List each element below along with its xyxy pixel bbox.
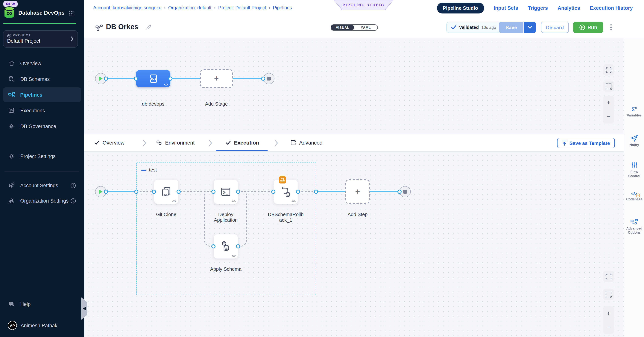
project-name: Default Project — [7, 38, 74, 44]
connector-dot[interactable] — [261, 76, 265, 81]
tab-input-sets[interactable]: Input Sets — [494, 5, 518, 11]
tab-pipeline-studio[interactable]: Pipeline Studio — [437, 2, 484, 14]
connector-dot[interactable] — [104, 76, 108, 81]
tab-triggers[interactable]: Triggers — [528, 5, 548, 11]
run-button[interactable]: Run — [573, 22, 603, 33]
multi-select-button[interactable] — [603, 289, 614, 300]
sidebar-item-pipelines[interactable]: Pipelines — [3, 87, 81, 102]
fit-to-screen-button[interactable] — [603, 64, 614, 76]
execution-canvas[interactable]: test </> Git Clone </> Deploy Applicatio… — [84, 152, 624, 337]
panel-item-flow-control[interactable]: Flow Control — [624, 162, 644, 178]
add-stage-button[interactable]: + — [200, 69, 233, 88]
upload-icon — [562, 140, 567, 146]
connector-dot[interactable] — [211, 244, 216, 248]
connector-dot[interactable] — [236, 244, 240, 248]
brand-divider — [3, 23, 76, 24]
save-options-button[interactable] — [524, 22, 536, 33]
step-git-clone[interactable]: </> — [154, 179, 178, 204]
sidebar-item-account-settings[interactable]: Account Settings — [3, 179, 81, 192]
stage-canvas[interactable]: </> </> db devops + Add Stage + − — [84, 38, 624, 134]
edit-pencil-icon[interactable] — [146, 24, 152, 30]
validation-badge[interactable]: Validated 10s ago — [446, 22, 501, 33]
sidebar-item-organization-settings[interactable]: Organization Settings — [3, 194, 81, 207]
sidebar-item-executions[interactable]: Executions — [3, 104, 81, 117]
marquee-icon — [606, 292, 611, 297]
left-sidebar: NEW ∞ Database DevOps PROJECT Default Pr… — [0, 0, 84, 337]
panel-item-variables[interactable]: Σ× Variables — [624, 106, 644, 118]
user-name: Animesh Pathak — [20, 322, 58, 328]
breadcrumb-organization[interactable]: Organization: default — [168, 5, 211, 10]
panel-item-codebase[interactable]: </> Codebase — [624, 192, 644, 202]
stage-label[interactable]: db devops — [131, 101, 176, 107]
code-badge: </> — [292, 200, 296, 203]
panel-item-label: Notify — [630, 143, 639, 147]
step-label[interactable]: Git Clone — [146, 212, 187, 217]
connector-dot[interactable] — [211, 190, 216, 194]
breadcrumb-project[interactable]: Project: Default Project — [218, 5, 266, 10]
check-icon — [94, 140, 100, 145]
sidebar-item-overview[interactable]: Overview — [3, 57, 81, 70]
connector-dot[interactable] — [398, 190, 402, 194]
zoom-out-button[interactable]: − — [606, 324, 610, 330]
zoom-in-button[interactable]: + — [606, 100, 610, 106]
add-step-button[interactable]: + — [345, 179, 370, 204]
connector-dot[interactable] — [176, 190, 181, 194]
connector-dot[interactable] — [271, 190, 276, 194]
step-label[interactable]: Deploy Application — [208, 212, 243, 223]
sidebar-item-label: Help — [20, 301, 31, 307]
toggle-visual[interactable]: VISUAL — [331, 25, 354, 30]
connector-dot[interactable] — [236, 190, 240, 194]
sidebar-item-db-governance[interactable]: DB Governance — [3, 120, 81, 132]
fit-to-screen-button[interactable] — [603, 271, 614, 282]
tab-environment[interactable]: Environment — [156, 134, 194, 151]
panel-item-notify[interactable]: Notify — [624, 135, 644, 147]
sidebar-item-project-settings[interactable]: Project Settings — [3, 150, 81, 162]
info-icon — [70, 198, 76, 204]
more-options-button[interactable] — [608, 22, 614, 32]
project-selector[interactable]: PROJECT Default Project — [3, 30, 78, 48]
save-as-template-button[interactable]: Save as Template — [557, 138, 615, 148]
sidebar-item-label: Account Settings — [20, 182, 58, 188]
save-button[interactable]: Save — [499, 22, 524, 33]
tab-overview[interactable]: Overview — [94, 134, 124, 151]
connector-dot[interactable] — [152, 190, 156, 194]
sidebar-item-help[interactable]: ? Help — [3, 298, 81, 310]
connector-dot[interactable] — [134, 76, 138, 81]
pipeline-gear-icon — [630, 219, 638, 225]
add-stage-label[interactable]: Add Stage — [194, 101, 239, 107]
panel-item-advanced-options[interactable]: Advanced Options — [624, 219, 644, 235]
step-apply-schema[interactable]: </> — [214, 234, 238, 259]
app-switcher-icon[interactable] — [68, 10, 74, 16]
project-label: PROJECT — [13, 33, 74, 37]
discard-button[interactable]: Discard — [541, 22, 569, 33]
connector-dot[interactable] — [134, 190, 138, 194]
connector-dot[interactable] — [168, 76, 172, 81]
connector-dot[interactable] — [104, 190, 108, 194]
panel-item-label: Flow Control — [624, 170, 644, 178]
collapse-group-icon[interactable] — [141, 170, 146, 171]
step-deploy-application[interactable]: </> — [214, 179, 238, 204]
multi-select-button[interactable] — [603, 80, 614, 92]
fullscreen-icon — [606, 274, 611, 279]
user-menu[interactable]: AP Animesh Pathak — [3, 319, 81, 332]
step-label[interactable]: Apply Schema — [205, 266, 246, 272]
tab-execution[interactable]: Execution — [226, 134, 259, 151]
step-dbschemarollback[interactable]: </> — [273, 179, 298, 204]
breadcrumb-account[interactable]: Account: kurosakiichigo.songoku — [93, 5, 161, 10]
connector-dot[interactable] — [314, 190, 318, 194]
toggle-yaml[interactable]: YAML — [354, 25, 378, 30]
connector-dot[interactable] — [296, 190, 300, 194]
sidebar-item-db-schemas[interactable]: DB Schemas — [3, 73, 81, 85]
save-as-template-label: Save as Template — [570, 140, 610, 146]
step-group-label[interactable]: test — [149, 167, 157, 172]
add-step-label[interactable]: Add Step — [337, 212, 378, 217]
tab-advanced[interactable]: Advanced — [290, 134, 322, 151]
zoom-out-button[interactable]: − — [606, 114, 610, 120]
step-label[interactable]: DBSchemaRollback_1 — [268, 212, 304, 223]
stage-db-devops[interactable]: </> </> — [136, 70, 170, 87]
breadcrumb-pipelines[interactable]: Pipelines — [273, 5, 292, 10]
tab-analytics[interactable]: Analytics — [558, 5, 580, 11]
zoom-in-button[interactable]: + — [606, 310, 610, 316]
rollback-step-badge — [279, 176, 286, 184]
tab-execution-history[interactable]: Execution History — [590, 5, 633, 11]
